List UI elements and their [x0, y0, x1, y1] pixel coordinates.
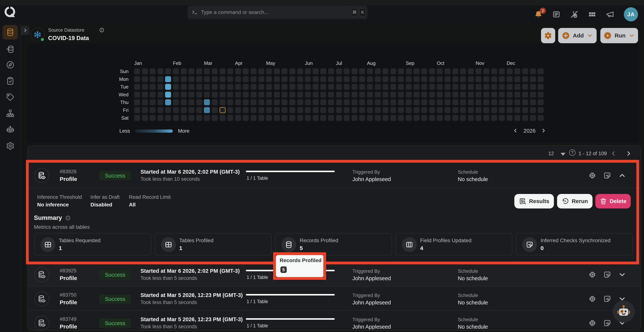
heatmap-cell[interactable] — [367, 76, 373, 82]
heatmap-cell[interactable] — [444, 76, 450, 82]
run-button[interactable]: Run — [600, 28, 638, 43]
heatmap-cell[interactable] — [188, 99, 194, 105]
heatmap-cell[interactable] — [134, 107, 140, 113]
heatmap-cell[interactable] — [429, 107, 435, 113]
heatmap-cell[interactable] — [227, 76, 233, 82]
heatmap-cell[interactable] — [352, 76, 358, 82]
heatmap-cell[interactable] — [297, 107, 303, 113]
heatmap-cell[interactable] — [297, 68, 303, 74]
heatmap-cell[interactable] — [382, 68, 388, 74]
heatmap-cell[interactable] — [313, 84, 319, 90]
heatmap-cell[interactable] — [158, 92, 164, 98]
dropdown-caret-icon[interactable] — [560, 153, 566, 156]
heatmap-cell[interactable] — [491, 92, 497, 98]
heatmap-cell[interactable] — [406, 68, 412, 74]
heatmap-cell[interactable] — [452, 92, 458, 98]
sidebar-item-datastores[interactable] — [2, 25, 18, 39]
heatmap-cell[interactable] — [491, 107, 497, 113]
heatmap-cell[interactable] — [468, 84, 474, 90]
checks-note-button[interactable] — [603, 319, 611, 327]
heatmap-cell[interactable] — [274, 107, 280, 113]
heatmap-cell[interactable] — [398, 107, 404, 113]
heatmap-cell[interactable] — [437, 68, 443, 74]
quality-checks-button[interactable] — [588, 271, 596, 279]
heatmap-cell[interactable] — [289, 76, 295, 82]
next-page-button[interactable] — [625, 150, 632, 157]
heatmap-cell[interactable] — [522, 107, 528, 113]
heatmap-cell[interactable] — [250, 107, 256, 113]
heatmap-cell[interactable] — [266, 115, 272, 121]
heatmap-cell[interactable] — [181, 107, 187, 113]
heatmap-cell[interactable] — [476, 115, 482, 121]
sidebar-item-settings[interactable] — [2, 139, 18, 153]
heatmap-cell[interactable] — [460, 92, 466, 98]
heatmap-cell[interactable] — [266, 76, 272, 82]
page-size-select[interactable]: 12 — [548, 151, 554, 157]
heatmap-cell[interactable] — [320, 76, 326, 82]
heatmap-cell[interactable] — [382, 99, 388, 105]
next-year-button[interactable] — [541, 128, 546, 133]
heatmap-cell[interactable] — [336, 68, 342, 74]
heatmap-cell[interactable] — [344, 76, 350, 82]
heatmap-cell[interactable] — [243, 84, 249, 90]
heatmap-cell[interactable] — [282, 115, 288, 121]
heatmap-cell[interactable] — [398, 115, 404, 121]
previous-year-button[interactable] — [513, 128, 518, 133]
heatmap-cell[interactable] — [165, 84, 171, 90]
heatmap-cell[interactable] — [150, 68, 156, 74]
heatmap-cell[interactable] — [134, 76, 140, 82]
sidebar-item-tags[interactable] — [2, 90, 18, 104]
heatmap-cell[interactable] — [406, 99, 412, 105]
apps-grid-button[interactable] — [588, 10, 596, 18]
heatmap-cell[interactable] — [460, 115, 466, 121]
heatmap-cell[interactable] — [328, 99, 334, 105]
sidebar-item-explore[interactable] — [2, 58, 18, 72]
heatmap-cell[interactable] — [460, 76, 466, 82]
heatmap-cell[interactable] — [181, 76, 187, 82]
heatmap-cell[interactable] — [421, 107, 427, 113]
heatmap-cell[interactable] — [444, 107, 450, 113]
heatmap-cell[interactable] — [212, 84, 218, 90]
release-notes-button[interactable] — [552, 10, 560, 18]
sidebar-item-checks[interactable] — [2, 74, 18, 88]
heatmap-cell[interactable] — [196, 76, 202, 82]
heatmap-cell[interactable] — [165, 76, 171, 82]
heatmap-cell[interactable] — [367, 92, 373, 98]
heatmap-cell[interactable] — [352, 99, 358, 105]
heatmap-cell[interactable] — [274, 92, 280, 98]
qualytics-logo-icon[interactable] — [4, 5, 16, 18]
heatmap-cell[interactable] — [227, 115, 233, 121]
heatmap-cell[interactable] — [507, 68, 513, 74]
heatmap-cell[interactable] — [414, 92, 420, 98]
heatmap-cell[interactable] — [235, 68, 241, 74]
heatmap-cell[interactable] — [289, 99, 295, 105]
heatmap-cell[interactable] — [220, 92, 226, 98]
heatmap-cell[interactable] — [181, 92, 187, 98]
heatmap-cell[interactable] — [507, 84, 513, 90]
heatmap-cell[interactable] — [328, 68, 334, 74]
heatmap-cell[interactable] — [266, 84, 272, 90]
heatmap-cell[interactable] — [499, 84, 505, 90]
heatmap-cell[interactable] — [313, 107, 319, 113]
heatmap-cell[interactable] — [142, 99, 148, 105]
heatmap-cell[interactable] — [328, 92, 334, 98]
heatmap-cell[interactable] — [476, 107, 482, 113]
heatmap-cell[interactable] — [437, 115, 443, 121]
heatmap-cell[interactable] — [196, 99, 202, 105]
heatmap-cell[interactable] — [452, 76, 458, 82]
help-icon[interactable]: ? — [569, 150, 576, 156]
heatmap-cell[interactable] — [134, 68, 140, 74]
heatmap-cell[interactable] — [142, 92, 148, 98]
heatmap-cell[interactable] — [538, 84, 544, 90]
heatmap-cell[interactable] — [158, 84, 164, 90]
heatmap-cell[interactable] — [406, 115, 412, 121]
heatmap-cell[interactable] — [250, 92, 256, 98]
heatmap-cell[interactable] — [437, 99, 443, 105]
heatmap-cell[interactable] — [227, 84, 233, 90]
heatmap-cell[interactable] — [142, 68, 148, 74]
heatmap-cell[interactable] — [158, 76, 164, 82]
heatmap-cell[interactable] — [483, 92, 489, 98]
heatmap-cell[interactable] — [328, 76, 334, 82]
heatmap-cell[interactable] — [421, 99, 427, 105]
heatmap-cell[interactable] — [429, 92, 435, 98]
